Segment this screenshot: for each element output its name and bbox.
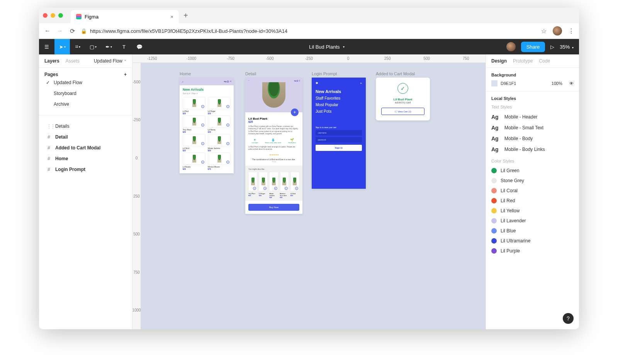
- related-tile[interactable]: +: [280, 172, 289, 191]
- add-icon[interactable]: +: [285, 187, 288, 190]
- layer-item[interactable]: Added to Cart Modal: [44, 142, 127, 153]
- color-style-item[interactable]: Lil Purple: [491, 246, 574, 256]
- tab-design[interactable]: Design: [491, 58, 507, 64]
- help-button[interactable]: ?: [563, 313, 574, 324]
- add-icon[interactable]: +: [253, 187, 256, 190]
- add-icon[interactable]: +: [274, 187, 277, 190]
- related-tile[interactable]: +: [290, 172, 299, 191]
- bg-opacity[interactable]: 100%: [552, 81, 562, 86]
- visibility-icon[interactable]: 👁: [569, 81, 574, 86]
- bookmark-star-icon[interactable]: ☆: [541, 27, 547, 35]
- add-icon[interactable]: +: [226, 124, 229, 127]
- color-style-item[interactable]: Lil Green: [491, 166, 574, 176]
- minimize-window-button[interactable]: [51, 13, 55, 18]
- color-style-item[interactable]: Lil Lavender: [491, 216, 574, 226]
- related-tile[interactable]: +: [259, 172, 268, 191]
- close-window-button[interactable]: [43, 13, 48, 18]
- add-icon[interactable]: +: [226, 161, 229, 164]
- frame-label-home[interactable]: Home: [180, 71, 191, 76]
- back-button[interactable]: ←: [44, 27, 51, 34]
- product-tile[interactable]: +Lil Buddy$25: [183, 152, 205, 170]
- comment-tool[interactable]: 💬: [132, 39, 147, 54]
- signin-button[interactable]: Sign in: [316, 145, 362, 151]
- pen-tool[interactable]: ✒▾: [101, 39, 116, 54]
- add-icon[interactable]: +: [295, 187, 298, 190]
- color-style-item[interactable]: Lil Blue: [491, 226, 574, 236]
- related-tile[interactable]: +: [269, 172, 278, 191]
- product-tile[interactable]: +Lil Stud$22: [183, 134, 205, 152]
- page-item[interactable]: Archive: [44, 99, 127, 110]
- move-tool[interactable]: ➤▾: [54, 39, 70, 54]
- login-nav-item[interactable]: Most Popular: [316, 102, 362, 108]
- layer-item[interactable]: Details: [44, 121, 127, 132]
- product-tile[interactable]: +Lil Reina$25: [208, 115, 231, 133]
- shape-tool[interactable]: ▢▾: [85, 39, 101, 54]
- product-tile[interactable]: +Missus Bloom$75: [208, 152, 231, 170]
- color-style-item[interactable]: Stone Grey: [491, 176, 574, 186]
- browser-tab[interactable]: Figma ×: [71, 10, 179, 23]
- text-style-item[interactable]: AgMobile - Header: [491, 112, 574, 122]
- tab-prototype[interactable]: Prototype: [513, 58, 533, 64]
- browser-menu-icon[interactable]: ⋮: [568, 27, 574, 35]
- artboard-detail[interactable]: ←◂▴◍ ≡ + Lil Bud Plant $25 Lil Bud Plant…: [245, 78, 302, 214]
- login-nav-item[interactable]: Staff Favorites: [316, 95, 362, 102]
- present-button[interactable]: ▷: [550, 44, 554, 50]
- text-tool[interactable]: T: [116, 39, 132, 54]
- add-icon[interactable]: +: [201, 142, 204, 145]
- close-tab-icon[interactable]: ×: [170, 14, 173, 20]
- page-item[interactable]: Updated Flow: [44, 77, 127, 88]
- add-icon[interactable]: +: [226, 142, 229, 145]
- text-style-item[interactable]: AgMobile - Small Text: [491, 122, 574, 133]
- text-style-item[interactable]: AgMobile - Body: [491, 133, 574, 144]
- color-style-item[interactable]: Lil Coral: [491, 186, 574, 196]
- layer-item[interactable]: Login Prompt: [44, 164, 127, 175]
- artboard-cart-modal[interactable]: ✓ Lil Bud Plant added to cart 🛒 View Car…: [376, 78, 430, 120]
- login-nav-item[interactable]: Just Pots: [316, 108, 362, 115]
- color-style-item[interactable]: Lil Yellow: [491, 206, 574, 216]
- menu-button[interactable]: ☰: [39, 39, 54, 54]
- artboard-login[interactable]: ✱× New ArrivalsStaff FavoritesMost Popul…: [312, 78, 366, 189]
- tab-assets[interactable]: Assets: [66, 58, 80, 64]
- related-tile[interactable]: +: [248, 172, 257, 191]
- buy-button[interactable]: Buy Now: [248, 204, 299, 211]
- frame-label-cart[interactable]: Added to Cart Modal: [376, 71, 415, 76]
- add-page-button[interactable]: +: [124, 72, 127, 77]
- maximize-window-button[interactable]: [58, 13, 63, 18]
- page-item[interactable]: Storyboard: [44, 88, 127, 99]
- zoom-control[interactable]: 35% ▾: [560, 44, 574, 50]
- frame-label-detail[interactable]: Detail: [245, 71, 256, 76]
- reload-button[interactable]: ⟳: [68, 27, 76, 35]
- username-input[interactable]: username: [316, 130, 362, 135]
- add-icon[interactable]: +: [201, 124, 204, 127]
- add-icon[interactable]: +: [263, 187, 267, 190]
- new-tab-button[interactable]: +: [181, 11, 190, 20]
- canvas[interactable]: Home ⌕◂▴◍ ≡ New Arrivals Sort by ▾ Filte…: [141, 63, 486, 329]
- product-tile[interactable]: +Lil Roger$25: [208, 97, 231, 115]
- document-title[interactable]: Lil Bud Plants▾: [147, 44, 506, 50]
- add-icon[interactable]: +: [201, 105, 204, 108]
- password-input[interactable]: password: [316, 137, 362, 142]
- frame-label-login[interactable]: Login Prompt: [312, 71, 337, 76]
- login-nav-item[interactable]: New Arrivals: [316, 88, 362, 95]
- bg-swatch[interactable]: [491, 80, 497, 86]
- forward-button[interactable]: →: [56, 27, 64, 34]
- tab-layers[interactable]: Layers: [44, 58, 59, 64]
- close-icon[interactable]: ×: [360, 81, 362, 85]
- color-style-item[interactable]: Lil Ultramarine: [491, 236, 574, 246]
- product-tile[interactable]: +Mister Jenkins$25: [208, 134, 231, 152]
- text-style-item[interactable]: AgMobile - Body Links: [491, 144, 574, 155]
- artboard-home[interactable]: ⌕◂▴◍ ≡ New Arrivals Sort by ▾ Filter ▾ +…: [180, 78, 234, 173]
- tab-code[interactable]: Code: [539, 58, 550, 64]
- url-bar[interactable]: 🔒 https://www.figma.com/file/x5VB1P3fOt4…: [81, 28, 537, 34]
- layer-item[interactable]: Detail: [44, 132, 127, 142]
- page-dropdown[interactable]: Updated Flow ⌃: [94, 58, 127, 64]
- add-icon[interactable]: +: [201, 161, 204, 164]
- user-avatar[interactable]: [506, 42, 516, 51]
- share-button[interactable]: Share: [521, 42, 545, 52]
- product-tile[interactable]: +Tiny Plant$25: [183, 115, 205, 133]
- bg-hex[interactable]: D9E1F1: [501, 81, 516, 86]
- color-style-item[interactable]: Lil Red: [491, 196, 574, 206]
- profile-avatar[interactable]: [553, 26, 562, 36]
- frame-tool[interactable]: ⌗▾: [70, 39, 85, 54]
- add-icon[interactable]: +: [226, 105, 229, 108]
